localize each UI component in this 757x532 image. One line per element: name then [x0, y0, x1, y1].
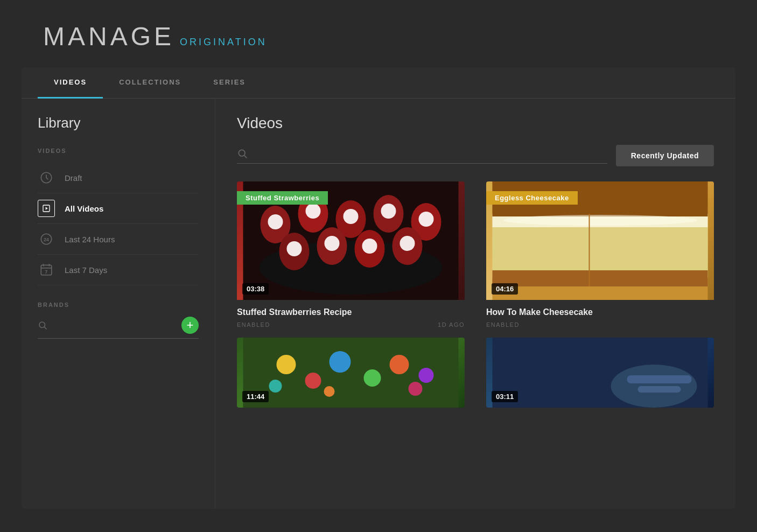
- video-card-3[interactable]: 11:44: [237, 338, 475, 408]
- video-card-strawberries[interactable]: Stuffed Strawberries: [237, 181, 475, 338]
- sidebar-item-last-7d[interactable]: 7 Last 7 Days: [38, 255, 199, 285]
- video-grid: Stuffed Strawberries: [237, 181, 714, 408]
- 24h-icon: 24: [38, 230, 55, 248]
- video3-visual: [237, 338, 465, 408]
- video-card-4[interactable]: 03:11: [475, 338, 714, 408]
- video-meta-cheesecake: ENABLED: [486, 321, 714, 338]
- video-title-cheesecake: How To Make Cheesecake: [486, 307, 714, 317]
- svg-point-49: [503, 215, 697, 226]
- sidebar-item-all-videos-label: All Videos: [65, 204, 103, 213]
- video-duration-strawberries: 03:38: [242, 283, 269, 295]
- tab-videos[interactable]: VIDEOS: [38, 67, 103, 99]
- svg-line-13: [244, 155, 247, 158]
- sidebar-item-last-24h-label: Last 24 Hours: [65, 235, 115, 244]
- brands-search-row: +: [38, 317, 199, 339]
- main-content: Videos Recently Updated Stuffed Stra: [215, 99, 735, 509]
- video-time-strawberries: 1d ago: [438, 321, 465, 328]
- tabs-nav: VIDEOS COLLECTIONS SERIES: [22, 67, 735, 99]
- svg-point-41: [400, 236, 415, 251]
- sidebar-title: Library: [38, 115, 199, 131]
- svg-point-52: [277, 355, 296, 374]
- tab-series[interactable]: SERIES: [197, 67, 262, 99]
- app-title-origination: ORIGINATION: [180, 37, 267, 48]
- svg-line-11: [44, 327, 46, 329]
- svg-point-38: [362, 239, 377, 254]
- svg-rect-45: [493, 270, 708, 286]
- svg-point-35: [325, 236, 340, 251]
- thumb-banner-cheesecake: Eggless Cheesecake: [486, 191, 578, 205]
- svg-point-54: [330, 351, 351, 373]
- sidebar-item-draft-label: Draft: [65, 173, 82, 183]
- svg-point-17: [268, 214, 283, 229]
- sidebar-item-last-7d-label: Last 7 Days: [65, 265, 107, 275]
- video-thumb-4: 03:11: [486, 338, 714, 408]
- svg-point-32: [287, 241, 302, 256]
- svg-point-58: [269, 380, 282, 393]
- video4-visual: [486, 338, 714, 408]
- brands-section: BRANDS +: [38, 302, 199, 339]
- search-bar: [237, 148, 607, 164]
- svg-point-53: [305, 373, 321, 389]
- main-container: VIDEOS COLLECTIONS SERIES Library VIDEOS…: [22, 67, 735, 509]
- svg-point-57: [419, 368, 434, 383]
- sidebar-item-draft[interactable]: Draft: [38, 163, 199, 193]
- video-meta-strawberries: ENABLED 1d ago: [237, 321, 465, 338]
- video-thumb-3: 11:44: [237, 338, 465, 408]
- video-duration-cheesecake: 04:16: [492, 283, 518, 295]
- clock-icon: [38, 169, 55, 186]
- search-filter-row: Recently Updated: [237, 145, 714, 166]
- svg-point-56: [390, 355, 409, 374]
- svg-text:24: 24: [44, 237, 49, 242]
- svg-point-10: [39, 322, 45, 328]
- thumb-banner-strawberries: Stuffed Strawberries: [237, 191, 328, 205]
- sidebar-item-all-videos[interactable]: All Videos: [38, 193, 199, 224]
- app-header: MANAGE ORIGINATION: [0, 0, 757, 67]
- search-icon: [237, 148, 248, 159]
- search-input[interactable]: [254, 149, 607, 158]
- video-thumb-cheesecake: Eggless Cheesecake: [486, 181, 714, 300]
- video-card-cheesecake[interactable]: Eggless Cheesecake: [475, 181, 714, 338]
- video-thumb-strawberries: Stuffed Strawberries: [237, 181, 465, 300]
- svg-point-29: [419, 212, 434, 227]
- svg-rect-47: [493, 227, 708, 270]
- brands-search-input[interactable]: [53, 321, 176, 330]
- sidebar: Library VIDEOS Draft: [22, 99, 215, 509]
- sidebar-section-brands-label: BRANDS: [38, 302, 199, 308]
- svg-point-12: [239, 150, 245, 156]
- sidebar-item-last-24h[interactable]: 24 Last 24 Hours: [38, 224, 199, 255]
- filter-button[interactable]: Recently Updated: [616, 145, 714, 166]
- content-area: Library VIDEOS Draft: [22, 99, 735, 509]
- video-status-cheesecake: ENABLED: [486, 321, 520, 328]
- video-duration-3: 11:44: [242, 391, 269, 402]
- app-title-manage: MANAGE: [43, 22, 174, 51]
- svg-point-60: [409, 382, 423, 396]
- tab-collections[interactable]: COLLECTIONS: [103, 67, 197, 99]
- sidebar-section-videos-label: VIDEOS: [38, 148, 199, 154]
- video-duration-4: 03:11: [492, 391, 518, 402]
- svg-marker-2: [46, 207, 48, 209]
- video-status-strawberries: ENABLED: [237, 321, 270, 328]
- svg-point-23: [344, 209, 359, 224]
- videos-section-title: Videos: [237, 115, 714, 132]
- video-title-strawberries: Stuffed Strawberries Recipe: [237, 307, 465, 317]
- brands-search-icon: [38, 320, 47, 330]
- svg-point-20: [306, 204, 321, 219]
- svg-rect-63: [627, 375, 692, 383]
- svg-text:7: 7: [45, 269, 48, 275]
- play-icon: [38, 200, 55, 217]
- svg-point-55: [364, 369, 381, 387]
- 7day-icon: 7: [38, 261, 55, 278]
- add-brand-button[interactable]: +: [181, 317, 199, 334]
- svg-point-26: [381, 204, 396, 219]
- svg-point-59: [324, 386, 335, 397]
- svg-rect-64: [638, 386, 681, 393]
